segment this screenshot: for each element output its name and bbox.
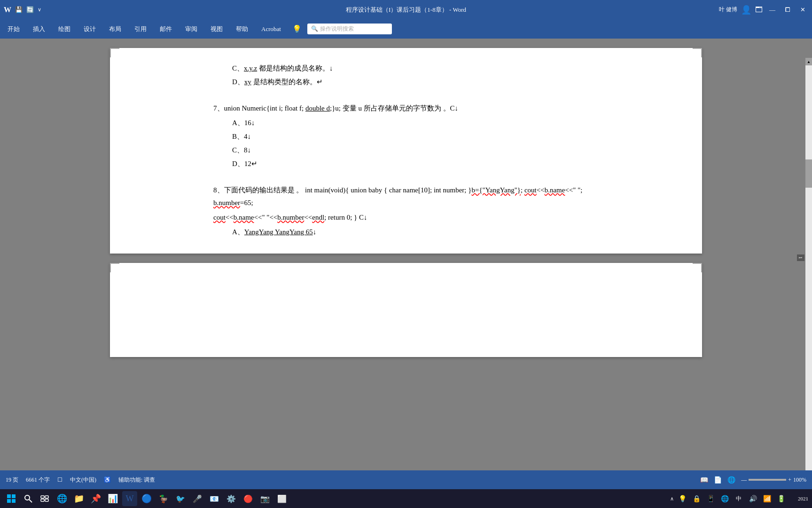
scroll-track[interactable] — [805, 65, 812, 470]
b-init-wavy: b={"YangYang"} — [471, 186, 521, 194]
status-right: 📖 📄 🌐 — + 100% — [700, 476, 806, 484]
tray-expand-icon[interactable]: ∧ — [670, 496, 674, 502]
q8-option-a: A、YangYang YangYang 65↓ — [232, 226, 599, 238]
doc-container: C、x.y.z 都是结构的成员名称。↓ D、xy 是结构类型的名称。↵ 7、un… — [105, 48, 707, 461]
svg-rect-1 — [12, 494, 16, 498]
q7-option-c: C、8↓ — [232, 144, 599, 157]
tray-icon-3[interactable]: 📱 — [705, 493, 716, 504]
svg-point-4 — [25, 495, 30, 500]
document-page-1: C、x.y.z 都是结构的成员名称。↓ D、xy 是结构类型的名称。↵ 7、un… — [110, 48, 702, 254]
corner-mark2-tl — [110, 263, 119, 272]
tab-help[interactable]: 帮助 — [230, 21, 254, 37]
tray-icon-1[interactable]: 💡 — [677, 493, 688, 504]
task-view-icon[interactable] — [38, 491, 53, 506]
edge-browser-icon[interactable]: 🌐 — [55, 491, 70, 506]
tab-acrobat[interactable]: Acrobat — [256, 22, 287, 37]
page-count: 19 页 — [6, 476, 18, 484]
quick-access-undo[interactable]: 🔄 — [26, 6, 34, 14]
quick-access-save[interactable]: 💾 — [15, 6, 23, 14]
status-bar: 19 页 6661 个字 ☐ 中文(中国) ♿ 辅助功能: 调查 📖 📄 🌐 —… — [0, 470, 812, 489]
yanyang-underline: YangYang YangYang 65 — [244, 228, 313, 236]
search-taskbar-icon[interactable] — [21, 491, 36, 506]
tab-mail[interactable]: 邮件 — [154, 21, 178, 37]
minimize-button[interactable]: — — [766, 5, 778, 15]
q7-option-b: B、4↓ — [232, 130, 599, 143]
tray-lang-icon[interactable]: 中 — [733, 493, 744, 504]
clock[interactable]: 2021 — [789, 496, 808, 501]
corner-mark-tr — [693, 48, 702, 57]
start-button[interactable] — [4, 491, 19, 506]
svg-rect-6 — [41, 496, 44, 498]
tab-design[interactable]: 设计 — [78, 21, 102, 37]
pinned-icon-9[interactable]: 🔴 — [241, 491, 256, 506]
pinned-icon-6[interactable]: 🎤 — [190, 491, 205, 506]
pinned-icon-10[interactable]: 📷 — [258, 491, 273, 506]
question-8-line2: cout<<b.name<<" "<<b.number<<endl; retur… — [213, 211, 599, 224]
cout2-wavy: cout — [213, 214, 226, 221]
endl-wavy: endl — [312, 214, 324, 221]
language: 中文(中国) — [70, 476, 96, 484]
pinned-icon-3[interactable]: 🔵 — [139, 491, 154, 506]
word-logo-icon: W — [4, 6, 11, 14]
quick-access-pin[interactable]: ∨ — [38, 7, 41, 13]
maximize-button[interactable]: ⧠ — [782, 5, 794, 15]
svg-rect-9 — [45, 499, 48, 501]
layout-icon[interactable]: 🗔 — [755, 6, 763, 14]
print-view-icon[interactable]: 📄 — [714, 476, 722, 484]
tab-references[interactable]: 引用 — [129, 21, 152, 37]
tab-start[interactable]: 开始 — [2, 21, 25, 37]
pinned-icon-2[interactable]: 📊 — [105, 491, 120, 506]
page-number-right: 1 — [797, 254, 804, 261]
svg-rect-2 — [7, 499, 11, 503]
tray-volume-icon[interactable]: 🔊 — [747, 493, 758, 504]
zoom-plus-button[interactable]: + — [788, 476, 791, 484]
pinned-icon-1[interactable]: 📌 — [88, 491, 103, 506]
cout1-wavy: cout — [524, 186, 537, 194]
bulb-icon: 💡 — [292, 24, 302, 33]
file-explorer-icon[interactable]: 📁 — [71, 491, 86, 506]
tab-review[interactable]: 审阅 — [180, 21, 203, 37]
pinned-icon-5[interactable]: 🐦 — [173, 491, 188, 506]
xyz-underline: x.y.z — [244, 64, 257, 72]
corner-mark2-tr — [693, 263, 702, 272]
tray-battery-icon[interactable]: 🔋 — [775, 493, 787, 504]
pinned-icon-4[interactable]: 🦆 — [156, 491, 171, 506]
tray-wifi-icon[interactable]: 📶 — [761, 493, 773, 504]
user-avatar-icon[interactable]: 👤 — [741, 5, 751, 15]
scrollbar[interactable]: ▲ ▼ — [805, 58, 812, 470]
scroll-thumb[interactable] — [805, 159, 812, 188]
read-view-icon[interactable]: 📖 — [700, 476, 708, 484]
tab-view[interactable]: 视图 — [205, 21, 228, 37]
document-area: C、x.y.z 都是结构的成员名称。↓ D、xy 是结构类型的名称。↵ 7、un… — [0, 39, 812, 470]
tray-icon-2[interactable]: 🔒 — [691, 493, 702, 504]
accessibility-icon: ♿ — [104, 476, 111, 484]
zoom-level: 100% — [793, 476, 806, 484]
pinned-icon-7[interactable]: 📧 — [207, 491, 222, 506]
double-d-underline: double d — [305, 104, 330, 112]
zoom-minus-button[interactable]: — — [741, 476, 747, 484]
document-page-2 — [110, 263, 702, 357]
taskbar: 🌐 📁 📌 📊 W 🔵 🦆 🐦 🎤 📧 ⚙️ 🔴 📷 ⬜ ∧ 💡 🔒 📱 🌐 中… — [0, 489, 812, 508]
close-button[interactable]: ✕ — [797, 5, 808, 15]
search-box[interactable]: 🔍 操作说明搜索 — [307, 24, 392, 34]
xy-underline: xy — [244, 78, 251, 86]
tab-insert[interactable]: 插入 — [27, 21, 51, 37]
titlebar-left: W 💾 🔄 ∨ — [4, 6, 41, 14]
pinned-icon-8[interactable]: ⚙️ — [224, 491, 239, 506]
titlebar-right: 叶 健博 👤 🗔 — ⧠ ✕ — [719, 5, 808, 15]
zoom-slider[interactable] — [749, 479, 786, 481]
pinned-icon-11[interactable]: ⬜ — [274, 491, 289, 506]
tab-draw[interactable]: 绘图 — [53, 21, 76, 37]
tray-network-icon[interactable]: 🌐 — [719, 493, 730, 504]
question-7: 7、union Numeric{int i; float f; double d… — [213, 102, 599, 115]
search-icon: 🔍 — [311, 25, 318, 32]
b-name2-wavy: b.name — [234, 214, 254, 221]
word-taskbar-icon[interactable]: W — [122, 491, 137, 506]
taskbar-right: ∧ 💡 🔒 📱 🌐 中 🔊 📶 🔋 2021 — [670, 493, 808, 504]
option-c-line: C、x.y.z 都是结构的成员名称。↓ — [232, 62, 599, 75]
tab-layout[interactable]: 布局 — [103, 21, 127, 37]
svg-line-5 — [29, 500, 32, 502]
option-d-line: D、xy 是结构类型的名称。↵ — [232, 76, 599, 88]
scroll-up-button[interactable]: ▲ — [805, 58, 812, 65]
web-view-icon[interactable]: 🌐 — [727, 476, 735, 484]
